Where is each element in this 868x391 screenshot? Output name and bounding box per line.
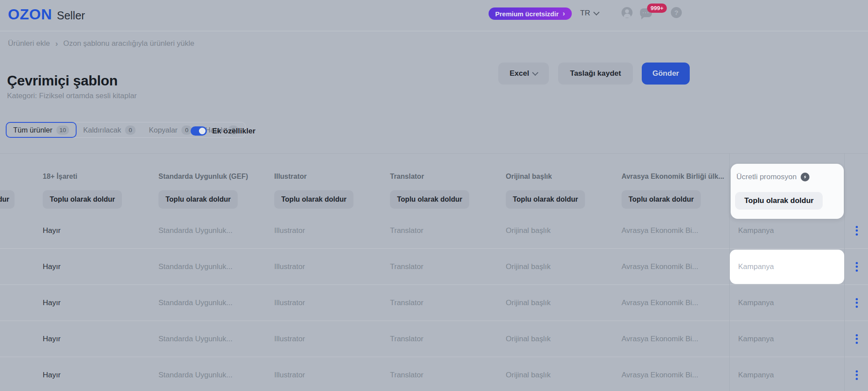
- cell-18plus-value[interactable]: Hayır: [43, 357, 61, 391]
- tab-to-remove[interactable]: Kaldırılacak0: [77, 122, 142, 137]
- help-icon[interactable]: ?: [671, 7, 682, 18]
- bulk-fill-button[interactable]: Toplu olarak doldur: [390, 190, 469, 209]
- table-row: HayırStandarda Uygunluk...IllustratorTra…: [0, 285, 868, 321]
- row-menu-button[interactable]: [853, 297, 860, 309]
- row-menu-button[interactable]: [853, 369, 860, 381]
- column-header-label: Ücretli promosyon: [736, 173, 797, 181]
- column-header-label: Translator: [390, 173, 424, 181]
- cell-18plus-value[interactable]: Hayır: [43, 285, 61, 321]
- user-account-icon[interactable]: [622, 7, 633, 18]
- breadcrumb: Ürünleri ekle › Ozon şablonu aracılığıyl…: [8, 39, 194, 48]
- cell-placeholder[interactable]: Illustrator: [274, 321, 305, 357]
- product-filter-tabs: Tüm ürünler10Kaldırılacak0Kopyalar0Hatal…: [6, 122, 246, 138]
- messages-count-badge: 999+: [647, 4, 667, 13]
- cell-placeholder[interactable]: Avrasya Ekonomik Bi...: [622, 321, 698, 357]
- cell-18plus-value[interactable]: Hayır: [43, 213, 61, 248]
- bulk-fill-button[interactable]: Toplu olarak doldur: [622, 190, 701, 209]
- cell-placeholder[interactable]: Orijinal başlık: [506, 321, 551, 357]
- bulk-fill-button-clipped[interactable]: Toplu olarak doldur: [0, 190, 15, 209]
- cell-placeholder[interactable]: Translator: [390, 213, 423, 248]
- tab-label: Kaldırılacak: [83, 126, 121, 134]
- bulk-fill-button[interactable]: Toplu olarak doldur: [158, 190, 238, 209]
- cell-placeholder[interactable]: Standarda Uygunluk...: [158, 213, 232, 248]
- cell-placeholder[interactable]: Illustrator: [274, 249, 305, 284]
- tab-count-badge: 0: [125, 125, 136, 135]
- chevron-down-icon: [532, 70, 538, 76]
- cell-placeholder[interactable]: Standarda Uygunluk...: [158, 249, 232, 284]
- cell-placeholder[interactable]: Translator: [390, 285, 423, 321]
- cell-placeholder[interactable]: Translator: [390, 249, 423, 284]
- premium-button[interactable]: Premium ücretsizdir ›: [489, 7, 572, 20]
- cell-placeholder[interactable]: Translator: [390, 321, 423, 357]
- page-title: Çevrimiçi şablon: [7, 73, 118, 89]
- tab-label: Tüm ürünler: [13, 126, 52, 134]
- cell-campaign[interactable]: Kampanya: [738, 321, 774, 357]
- toggle-knob: [199, 128, 206, 134]
- tab-count-badge: 10: [56, 125, 69, 135]
- table-top-border: [0, 153, 868, 154]
- category-subtitle: Kategori: Fiziksel ortamda sesli kitapla…: [7, 92, 137, 100]
- bulk-fill-button[interactable]: Toplu olarak doldur: [274, 190, 353, 209]
- bulk-fill-button[interactable]: Toplu olarak doldur: [506, 190, 585, 209]
- bulk-fill-button[interactable]: Toplu olarak doldur: [43, 190, 122, 209]
- table-row: HayırStandarda Uygunluk...IllustratorTra…: [0, 321, 868, 357]
- cell-18plus-value[interactable]: Hayır: [43, 249, 61, 284]
- cell-placeholder[interactable]: Orijinal başlık: [506, 213, 551, 248]
- cell-placeholder[interactable]: Illustrator: [274, 285, 305, 321]
- ozon-logo-text: OZON: [8, 6, 52, 23]
- cell-placeholder[interactable]: Standarda Uygunluk...: [158, 321, 232, 357]
- extra-properties-label: Ek özellikler: [212, 127, 255, 136]
- cell-placeholder[interactable]: Avrasya Ekonomik Bi...: [622, 357, 698, 391]
- language-selector[interactable]: TR: [580, 9, 599, 18]
- bulk-fill-button[interactable]: Toplu olarak doldur: [735, 192, 823, 210]
- save-draft-button[interactable]: Taslağı kaydet: [558, 63, 633, 85]
- cell-placeholder[interactable]: Illustrator: [274, 357, 305, 391]
- cell-campaign[interactable]: Kampanya: [738, 357, 774, 391]
- cell-placeholder[interactable]: Avrasya Ekonomik Bi...: [622, 285, 698, 321]
- extra-properties-toggle[interactable]: [191, 126, 207, 136]
- cell-placeholder[interactable]: Standarda Uygunluk...: [158, 285, 232, 321]
- language-label: TR: [580, 9, 590, 18]
- top-bar: OZON Seller Premium ücretsizdir › TR ···…: [0, 0, 868, 31]
- row-menu-button[interactable]: [853, 333, 860, 345]
- column-header-label: Illustrator: [274, 173, 307, 181]
- cell-placeholder[interactable]: Avrasya Ekonomik Bi...: [622, 213, 698, 248]
- premium-label: Premium ücretsizdir: [495, 10, 559, 18]
- chevron-down-icon: [593, 9, 600, 15]
- cell-placeholder[interactable]: Standarda Uygunluk...: [158, 357, 232, 391]
- column-header-label: Avrasya Ekonomik Birliği ülk...: [622, 173, 724, 181]
- chevron-right-icon: ›: [563, 10, 565, 18]
- paid-promotion-header: Ücretli promosyon: [736, 173, 809, 181]
- cell-campaign-highlighted[interactable]: Kampanya: [730, 250, 844, 284]
- seller-logo-text: Seller: [57, 9, 85, 22]
- tab-label: Kopyalar: [149, 126, 177, 134]
- table-row: HayırStandarda Uygunluk...IllustratorTra…: [0, 249, 868, 285]
- cell-placeholder[interactable]: Translator: [390, 357, 423, 391]
- row-menu-button[interactable]: [853, 225, 860, 236]
- cell-placeholder[interactable]: Avrasya Ekonomik Bi...: [622, 249, 698, 284]
- cell-18plus-value[interactable]: Hayır: [43, 321, 61, 357]
- seller-page: OZON Seller Premium ücretsizdir › TR ···…: [0, 0, 868, 391]
- row-menu-button[interactable]: [853, 261, 860, 273]
- column-header-label: 18+ İşareti: [43, 173, 77, 181]
- paid-promotion-column-highlight: Ücretli promosyon Toplu olarak doldur: [731, 164, 844, 219]
- flash-icon: [801, 173, 809, 181]
- table-row: HayırStandarda Uygunluk...IllustratorTra…: [0, 357, 868, 391]
- column-divider: [844, 153, 845, 391]
- cell-placeholder[interactable]: Orijinal başlık: [506, 249, 551, 284]
- cell-placeholder[interactable]: Illustrator: [274, 213, 305, 248]
- cell-placeholder[interactable]: Orijinal başlık: [506, 285, 551, 321]
- column-header-label: Standarda Uygunluk (GEF): [158, 173, 248, 181]
- submit-button[interactable]: Gönder: [642, 63, 690, 85]
- breadcrumb-add-products[interactable]: Ürünleri ekle: [8, 39, 50, 48]
- tab-all-products[interactable]: Tüm ürünler10: [6, 122, 77, 138]
- cell-campaign[interactable]: Kampanya: [738, 285, 774, 321]
- ozon-seller-logo[interactable]: OZON Seller: [8, 6, 85, 23]
- excel-dropdown-button[interactable]: Excel: [498, 63, 549, 85]
- breadcrumb-upload-via-template[interactable]: Ozon şablonu aracılığıyla ürünleri yükle: [63, 39, 195, 48]
- column-header-label: Orijinal başlık: [506, 173, 552, 181]
- cell-placeholder[interactable]: Orijinal başlık: [506, 357, 551, 391]
- chevron-right-icon: ›: [55, 39, 58, 48]
